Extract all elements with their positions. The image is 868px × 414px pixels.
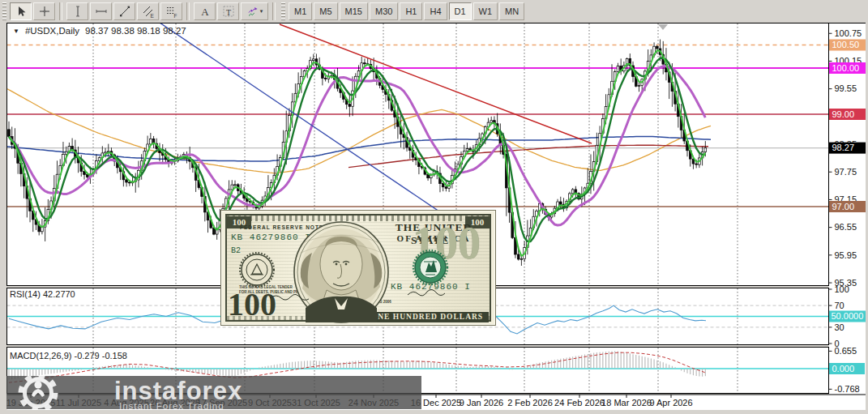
federal-reserve-seal <box>240 253 274 287</box>
timeframe-toolbar-grip[interactable] <box>281 2 285 20</box>
candle-bear <box>442 184 444 187</box>
rsi-value: 42.2770 <box>43 289 75 299</box>
svg-text:100.00: 100.00 <box>832 63 860 73</box>
timeframe-h1[interactable]: H1 <box>400 2 422 20</box>
candle-bull <box>312 59 314 61</box>
candle-bear <box>656 46 658 49</box>
chevron-down-icon[interactable]: ▼ <box>13 28 19 35</box>
svg-text:99.00: 99.00 <box>832 109 855 119</box>
text-label-tool[interactable]: T <box>217 2 239 20</box>
candle-bull <box>234 185 237 186</box>
svg-text:A: A <box>201 6 209 18</box>
timeframe-m1[interactable]: M1 <box>289 2 312 20</box>
svg-text:100.75: 100.75 <box>835 28 862 38</box>
candle-bull <box>65 152 67 154</box>
candle-bear <box>517 254 520 259</box>
date-label: 18 Mar 2026 <box>601 398 652 408</box>
drawing-toolbar: EFAT▾ <box>9 2 269 20</box>
svg-text:70: 70 <box>835 301 844 310</box>
candle-bear <box>348 105 351 107</box>
toolbar-grip[interactable] <box>2 2 6 20</box>
cursor-tool[interactable] <box>10 2 32 20</box>
svg-text:0.655: 0.655 <box>835 346 857 356</box>
date-label: 24 Feb 2026 <box>554 398 605 408</box>
timeframe-h4[interactable]: H4 <box>424 2 447 20</box>
svg-text:0.000: 0.000 <box>832 364 855 373</box>
treasury-seal <box>413 250 447 284</box>
text-tool[interactable]: A <box>194 2 216 20</box>
svg-text:50.0000: 50.0000 <box>832 311 864 321</box>
fibonacci-icon: F <box>165 5 178 18</box>
macd-values: -0.279 -0.158 <box>74 351 126 361</box>
bill-artwork <box>221 211 495 325</box>
watermark-tagline: Instant Forex Trading <box>119 401 224 409</box>
channel-icon: E <box>142 5 155 18</box>
vertical-line-tool[interactable] <box>66 2 88 20</box>
toolbar-separator <box>186 2 190 20</box>
svg-text:96.55: 96.55 <box>835 222 857 232</box>
candle-bear <box>324 78 327 79</box>
candle-bull <box>490 121 493 122</box>
candle-bear <box>445 187 447 189</box>
candle-bear <box>8 130 11 137</box>
toolbar-separator <box>59 2 62 20</box>
timeframe-m5[interactable]: M5 <box>314 2 337 20</box>
candle-bear <box>364 63 366 64</box>
timeframe-w1[interactable]: W1 <box>473 2 498 20</box>
candle-bear <box>86 174 88 177</box>
svg-text:E: E <box>150 13 154 19</box>
svg-text:100.50: 100.50 <box>832 40 860 49</box>
ohlc-values: 98.37 98.38 98.18 98.27 <box>85 26 186 36</box>
svg-text:95.95: 95.95 <box>835 250 857 260</box>
svg-text:30: 30 <box>835 322 844 332</box>
toolbar-separator <box>272 2 276 20</box>
svg-text:97.75: 97.75 <box>835 167 857 177</box>
svg-text:100: 100 <box>835 284 849 294</box>
timeframe-m15[interactable]: M15 <box>340 2 368 20</box>
chart-area: 100.75100.1599.5598.9598.3597.7597.1596.… <box>0 23 868 414</box>
candle-bear <box>126 180 128 182</box>
horizontal-line-tool[interactable] <box>90 2 112 20</box>
symbol-period-label: #USDX,Daily <box>25 26 79 36</box>
signature-right <box>408 289 445 295</box>
crosshair-tool[interactable] <box>33 2 55 20</box>
candle-bull <box>105 152 107 153</box>
svg-text:F: F <box>173 13 177 19</box>
date-label: 9 Apr 2026 <box>649 398 692 408</box>
vertical-line-icon <box>71 5 84 18</box>
date-label: 2 Feb 2026 <box>507 398 553 408</box>
fibonacci-tool[interactable]: F <box>160 2 182 20</box>
svg-text:T: T <box>225 8 230 17</box>
cursor-icon <box>15 5 28 18</box>
trendline-tool[interactable] <box>113 2 135 20</box>
candle-bull <box>617 66 619 71</box>
text-label-icon: T <box>222 5 235 18</box>
arrows-icon <box>246 5 259 18</box>
horizontal-line-icon <box>95 5 108 18</box>
svg-text:99.55: 99.55 <box>835 83 857 93</box>
candle-bear <box>695 164 698 164</box>
chart-title: ▼ #USDX,Daily 98.37 98.38 98.18 98.27 <box>13 26 186 36</box>
equidistant-channel-tool[interactable]: E <box>137 2 159 20</box>
candle-bull <box>571 190 574 194</box>
dropdown-caret-icon[interactable]: ▾ <box>260 8 263 15</box>
dollar-bill-image: 100 100 FEDERAL RESERVE NOTE KB 46279860… <box>220 210 496 326</box>
timeframe-mn[interactable]: MN <box>499 2 524 20</box>
candle-bear <box>559 202 562 204</box>
candle-bull <box>704 148 707 152</box>
svg-text:98.27: 98.27 <box>832 143 855 152</box>
candle-bull <box>149 139 152 144</box>
text-a-icon: A <box>199 5 212 18</box>
rsi-label: RSI(14) 42.2770 <box>10 289 75 299</box>
trendline-icon <box>118 5 131 18</box>
crosshair-icon <box>38 5 51 18</box>
timeframe-toolbar: M1M5M15M30H1H4D1W1MN <box>288 2 525 20</box>
timeframe-d1[interactable]: D1 <box>449 2 472 20</box>
svg-text:97.00: 97.00 <box>832 202 855 211</box>
instaforex-gear-icon <box>16 376 63 409</box>
arrows-tool[interactable]: ▾ <box>241 2 268 20</box>
timeframe-m30[interactable]: M30 <box>370 2 398 20</box>
candle-bull <box>466 148 468 151</box>
candle-bull <box>520 258 523 259</box>
date-label: 9 Jan 2026 <box>460 398 503 408</box>
